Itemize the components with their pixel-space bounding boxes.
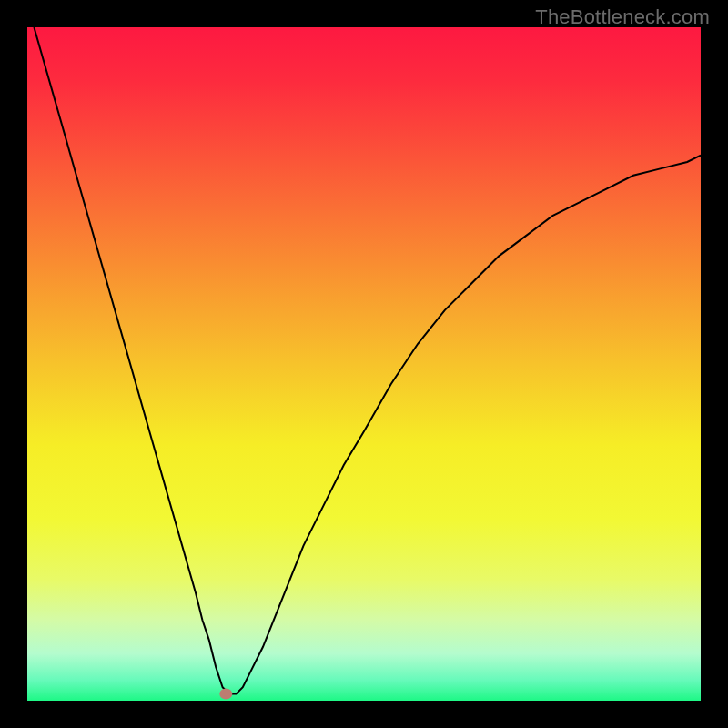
marker-dot [219, 689, 232, 700]
chart-container: TheBottleneck.com [0, 0, 728, 728]
chart-background [27, 27, 701, 701]
chart-svg [27, 27, 701, 701]
watermark-text: TheBottleneck.com [535, 5, 710, 29]
